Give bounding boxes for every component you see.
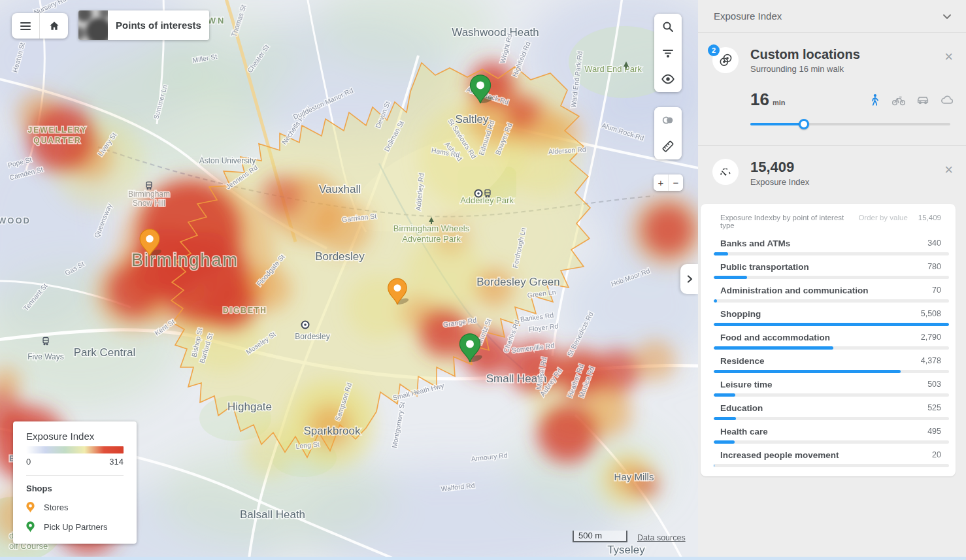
- home-button[interactable]: [40, 13, 68, 39]
- exposure-avatar: [712, 159, 739, 185]
- walk-mode-button[interactable]: [867, 93, 882, 107]
- search-button[interactable]: [654, 14, 682, 40]
- layer-thumbnail: [78, 10, 108, 40]
- car-icon: [918, 97, 928, 104]
- custom-locations-icon: [720, 54, 731, 65]
- slider-knob[interactable]: [799, 119, 809, 129]
- zoom-in-button[interactable]: +: [654, 174, 669, 191]
- poi-row-bar: [714, 464, 949, 467]
- poi-row-label: Residence: [720, 356, 765, 366]
- svg-text:Snow Hill: Snow Hill: [133, 199, 165, 208]
- poi-row-label: Leisure time: [720, 380, 773, 389]
- breakdown-total: 15,409: [918, 214, 941, 222]
- svg-text:Hay Mills: Hay Mills: [614, 471, 654, 482]
- layer-chip[interactable]: Points of interests: [78, 10, 209, 40]
- poi-row[interactable]: Banks and ATMs 340: [701, 232, 956, 255]
- ruler-icon: [663, 141, 673, 152]
- poi-row-label: Education: [720, 403, 763, 413]
- svg-text:Washwood Heath: Washwood Heath: [452, 26, 539, 39]
- panel-title: Exposure Index: [714, 10, 782, 22]
- legend-gradient: [26, 446, 124, 453]
- poi-row-value: 2,790: [921, 333, 941, 342]
- eye-icon: [662, 75, 673, 84]
- measure-button[interactable]: [654, 133, 682, 159]
- breakdown-rows: Banks and ATMs 340 Public transportation…: [701, 232, 956, 467]
- map-tools-group: [654, 14, 682, 92]
- filter-icon: [663, 50, 673, 57]
- poi-row-value: 20: [932, 450, 941, 460]
- menu-button[interactable]: [12, 13, 40, 39]
- close-exposure-button[interactable]: ×: [944, 163, 953, 177]
- svg-text:Bordesley: Bordesley: [315, 250, 365, 263]
- zoom-out-button[interactable]: −: [669, 174, 683, 191]
- poi-row[interactable]: Education 525: [701, 397, 956, 420]
- poi-row-value: 5,508: [921, 309, 941, 319]
- poi-row[interactable]: Public transportation 780: [701, 255, 956, 279]
- svg-text:Five Ways: Five Ways: [27, 352, 64, 361]
- poi-row-label: Health care: [720, 427, 768, 436]
- custom-locations-section: 2 Custom locations Surrounding 16 min wa…: [698, 33, 966, 146]
- legend-max: 314: [109, 457, 124, 467]
- poi-row[interactable]: Administration and communication 70: [701, 279, 956, 303]
- panel-header: Exposure Index: [698, 0, 966, 33]
- transit-mode-button[interactable]: [940, 93, 954, 107]
- exposure-total-value: 15,409: [750, 159, 952, 176]
- map-pin-icon: [26, 521, 34, 533]
- walk-icon: [873, 94, 878, 105]
- svg-text:Bordesley: Bordesley: [295, 332, 329, 341]
- svg-text:DIGBETH: DIGBETH: [223, 306, 267, 315]
- poi-row[interactable]: Food and accommodation 2,790: [701, 326, 956, 350]
- custom-locations-title: Custom locations: [750, 47, 952, 62]
- legend-shops-title: Shops: [26, 484, 124, 493]
- data-sources-link[interactable]: Data sources: [637, 533, 686, 542]
- minutes-unit: min: [773, 99, 786, 107]
- custom-locations-subtitle: Surrounding 16 min walk: [750, 64, 952, 74]
- layer-title: Points of interests: [108, 20, 209, 31]
- poi-row-value: 503: [927, 380, 941, 389]
- minutes-slider[interactable]: [750, 119, 950, 129]
- svg-text:Birmingham: Birmingham: [128, 189, 170, 199]
- poi-row[interactable]: Shopping 5,508: [701, 303, 956, 326]
- svg-text:WOOD: WOOD: [0, 216, 31, 225]
- map-canvas[interactable]: NEWTOWN Washwood Heath Saltley Vauxhall …: [0, 0, 698, 560]
- poi-row[interactable]: Health care 495: [701, 420, 956, 444]
- poi-row[interactable]: Residence 4,378: [701, 350, 956, 373]
- gauge-icon: [721, 169, 730, 175]
- close-custom-locations-button[interactable]: ×: [944, 50, 953, 64]
- svg-text:Bordesley Green: Bordesley Green: [476, 276, 560, 288]
- poi-row[interactable]: Leisure time 503: [701, 373, 956, 397]
- poi-row-value: 70: [932, 286, 941, 295]
- sidebar-collapse-tab[interactable]: [680, 264, 698, 294]
- window-edge: [0, 557, 966, 560]
- svg-text:Vauxhall: Vauxhall: [319, 183, 361, 195]
- app: NEWTOWN Washwood Heath Saltley Vauxhall …: [0, 0, 966, 560]
- home-icon: [50, 22, 58, 30]
- order-by-control[interactable]: Order by value: [858, 214, 907, 222]
- poi-row-value: 495: [927, 427, 941, 436]
- svg-text:Birmingham: Birmingham: [131, 250, 239, 270]
- poi-row-label: Food and accommodation: [720, 333, 830, 342]
- hamburger-icon: [21, 23, 30, 29]
- location-count-badge: 2: [708, 44, 720, 56]
- layer-toggle-button[interactable]: [654, 107, 682, 133]
- exposure-total-section: 15,409 Exposure Index ×: [698, 146, 966, 201]
- breakdown-card: Exposure Indexby by point of interest ty…: [701, 204, 956, 476]
- svg-text:Balsall Heath: Balsall Heath: [240, 508, 305, 521]
- nav-pill: [12, 13, 68, 39]
- svg-text:Tyseley: Tyseley: [607, 544, 645, 556]
- poi-row[interactable]: Increased people movement 20: [701, 444, 956, 467]
- legend-title: Exposure Index: [26, 431, 124, 442]
- zoom-control: + −: [654, 174, 683, 191]
- car-mode-button[interactable]: [916, 93, 930, 107]
- bicycle-icon: [893, 97, 905, 105]
- map-pin-icon: [26, 502, 34, 513]
- minutes-value: 16: [750, 90, 769, 110]
- filter-button[interactable]: [654, 40, 682, 66]
- collapse-panel-button[interactable]: [941, 10, 953, 22]
- svg-text:Birmingham Wheels: Birmingham Wheels: [393, 223, 470, 233]
- svg-text:Ward End Park: Ward End Park: [584, 64, 642, 74]
- right-panel: Exposure Index 2 Custom locations Surrou…: [698, 0, 966, 560]
- visibility-button[interactable]: [654, 66, 682, 92]
- bicycle-mode-button[interactable]: [891, 93, 906, 107]
- poi-row-label: Administration and communication: [720, 286, 869, 295]
